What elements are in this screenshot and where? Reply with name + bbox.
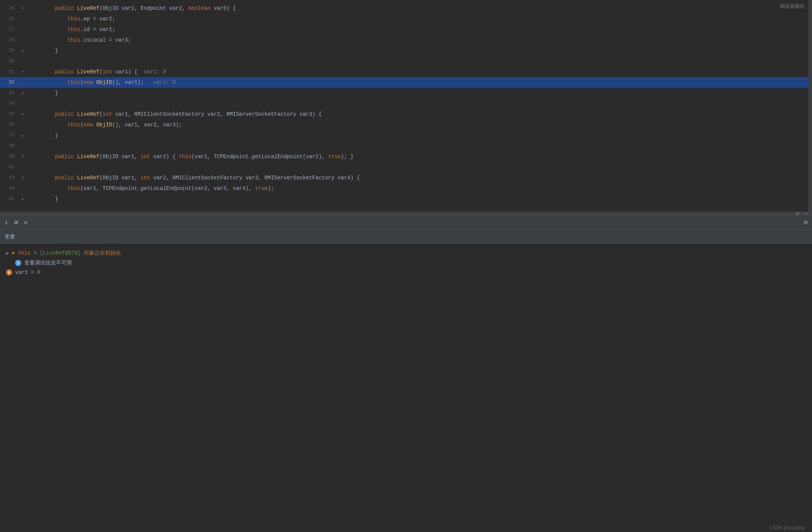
code-line-43: 43 ▼ public LiveRef(ObjID var1, int var2… xyxy=(0,173,812,183)
code-content-29: } xyxy=(26,45,812,56)
list-icon-this: ≡ xyxy=(12,250,15,256)
variables-title: 变量 xyxy=(5,233,15,240)
code-content-34 xyxy=(26,98,812,109)
code-content-45: } xyxy=(26,194,812,204)
line-number-37: 37 xyxy=(0,130,19,141)
code-content-32: this(new ObjID(), var1); var1: 0 xyxy=(26,77,812,88)
fold-icon-39[interactable]: ▼ xyxy=(19,151,26,162)
code-line-30: 30 xyxy=(0,56,812,67)
fold-icon-36 xyxy=(19,120,26,130)
code-content-33: } xyxy=(26,88,812,98)
var-this-equals: = xyxy=(34,250,37,256)
line-number-32: 32 xyxy=(0,77,19,88)
fold-icon-31[interactable]: ▼ xyxy=(19,67,26,77)
line-number-43: 43 xyxy=(0,173,19,183)
code-content-36: this(new ObjID(), var1, var2, var3); xyxy=(26,120,812,130)
code-line-44: 44 this(var1, TCPEndpoint.getLocalEndpoi… xyxy=(0,183,812,194)
line-number-42: 42 xyxy=(0,162,19,173)
code-line-32: 32 this(new ObjID(), var1); var1: 0 xyxy=(0,77,812,88)
fold-icon-44 xyxy=(19,183,26,194)
code-line-45: 45 ▲ } xyxy=(0,194,812,204)
code-content-43: public LiveRef(ObjID var1, int var2, RMI… xyxy=(26,173,812,183)
list-view-icon[interactable]: ≔ xyxy=(24,219,28,226)
code-content-30 xyxy=(26,56,812,67)
bottom-attribution: CSDN @wa1ki0g- xyxy=(763,524,812,532)
code-content-28: this.isLocal = var3; xyxy=(26,35,812,45)
line-number-26: 26 xyxy=(0,14,19,24)
fold-icon-37[interactable]: ▲ xyxy=(19,130,26,141)
code-content-37: } xyxy=(26,130,812,141)
code-line-31: 31 ▼ public LiveRef(int var1) { var1: 0 xyxy=(0,67,812,77)
fold-icon-35[interactable]: ▼ xyxy=(19,109,26,120)
line-number-38: 38 xyxy=(0,141,19,151)
fold-icon-34 xyxy=(19,98,26,109)
code-content-27: this.id = var1; xyxy=(26,24,812,35)
fold-icon-33[interactable]: ▲ xyxy=(19,88,26,98)
code-content-38 xyxy=(26,141,812,151)
variables-header: 变量 xyxy=(0,230,812,244)
var1-name: var1 xyxy=(15,269,28,275)
var1-equals: = xyxy=(31,269,34,275)
code-line-33: 33 ▲ } xyxy=(0,88,812,98)
debugger-toolbar: ↧ ⊞ ≔ ⊟ xyxy=(0,215,812,230)
line-number-27: 27 xyxy=(0,24,19,35)
code-container: 25 ▼ public LiveRef(ObjID var1, Endpoint… xyxy=(0,0,812,204)
editor-bottom-strip: ⚙ — xyxy=(0,212,812,215)
code-line-34: 34 xyxy=(0,98,812,109)
code-line-37: 37 ▲ } xyxy=(0,130,812,141)
code-content-31: public LiveRef(int var1) { var1: 0 xyxy=(26,67,812,77)
fold-icon-25[interactable]: ▼ xyxy=(19,3,26,14)
variable-var1-row: p var1 = 0 xyxy=(6,268,806,277)
code-line-36: 36 this(new ObjID(), var1, var2, var3); xyxy=(0,120,812,130)
scrollbar[interactable] xyxy=(808,0,812,212)
code-content-35: public LiveRef(int var1, RMIClientSocket… xyxy=(26,109,812,120)
fold-icon-42 xyxy=(19,162,26,173)
code-content-44: this(var1, TCPEndpoint.getLocalEndpoint(… xyxy=(26,183,812,194)
info-icon: i xyxy=(15,260,21,266)
line-number-45: 45 xyxy=(0,194,19,204)
csdn-text: CSDN @wa1ki0g- xyxy=(769,525,806,530)
variable-info-row: i 变量调试信息不可用 xyxy=(6,258,806,268)
fold-icon-38 xyxy=(19,141,26,151)
step-icon[interactable]: ↧ xyxy=(5,219,8,226)
code-line-27: 27 this.id = var1; xyxy=(0,24,812,35)
code-editor: 阅读器模式 25 ▼ public LiveRef(ObjID var1, En… xyxy=(0,0,812,212)
line-number-30: 30 xyxy=(0,56,19,67)
code-line-28: 28 this.isLocal = var3; xyxy=(0,35,812,45)
line-number-31: 31 xyxy=(0,67,19,77)
expand-icon-this[interactable]: ▶ xyxy=(6,250,9,256)
var-this-status: 对象正在初始化 xyxy=(84,250,121,257)
var-this-ref: {LiveRef@570} xyxy=(40,250,81,256)
fold-icon-26 xyxy=(19,14,26,24)
line-number-35: 35 xyxy=(0,109,19,120)
line-number-39: 39 xyxy=(0,151,19,162)
line-number-33: 33 xyxy=(0,88,19,98)
line-number-25: 25 xyxy=(0,3,19,14)
fold-icon-30 xyxy=(19,56,26,67)
fold-icon-32 xyxy=(19,77,26,88)
table-icon[interactable]: ⊞ xyxy=(14,219,18,226)
code-content-26: this.ep = var2; xyxy=(26,14,812,24)
code-content-39: public LiveRef(ObjID var1, int var2) { t… xyxy=(26,151,812,162)
variable-this-row: ▶ ≡ this = {LiveRef@570} 对象正在初始化 xyxy=(6,248,806,258)
code-line-39: 39 ▼ public LiveRef(ObjID var1, int var2… xyxy=(0,151,812,162)
var-this-name: this xyxy=(18,250,31,256)
code-content-42 xyxy=(26,162,812,173)
fold-icon-45[interactable]: ▲ xyxy=(19,194,26,204)
line-number-44: 44 xyxy=(0,183,19,194)
fold-icon-29[interactable]: ▲ xyxy=(19,45,26,56)
var1-value: 0 xyxy=(37,269,40,275)
code-line-42: 42 xyxy=(0,162,812,173)
code-line-38: 38 xyxy=(0,141,812,151)
info-text: 变量调试信息不可用 xyxy=(24,260,72,266)
variables-panel: ▶ ≡ this = {LiveRef@570} 对象正在初始化 i 变量调试信… xyxy=(0,244,812,282)
code-line-29: 29 ▲ } xyxy=(0,45,812,56)
line-number-34: 34 xyxy=(0,98,19,109)
code-content-25: public LiveRef(ObjID var1, Endpoint var2… xyxy=(26,3,812,14)
code-line-25: 25 ▼ public LiveRef(ObjID var1, Endpoint… xyxy=(0,3,812,14)
code-line-26: 26 this.ep = var2; xyxy=(0,14,812,24)
columns-icon[interactable]: ⊟ xyxy=(804,219,807,226)
line-number-28: 28 xyxy=(0,35,19,45)
primitive-icon-var1: p xyxy=(6,269,12,275)
fold-icon-43[interactable]: ▼ xyxy=(19,173,26,183)
